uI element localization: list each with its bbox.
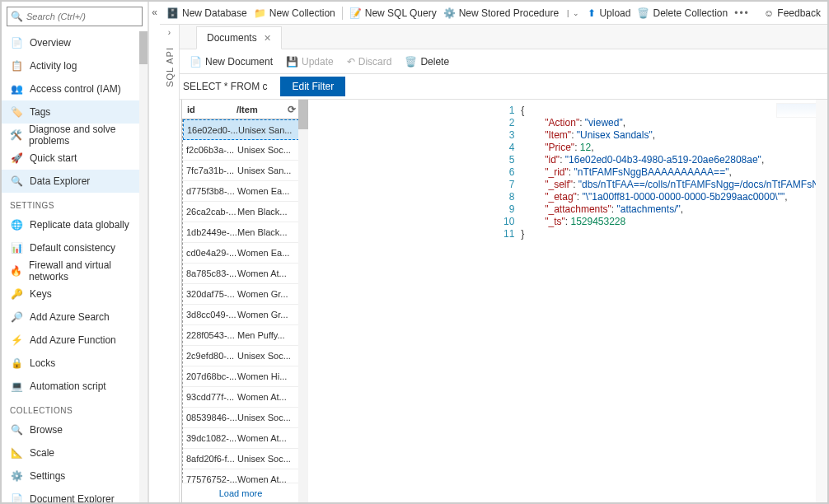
sql-icon: 📝 bbox=[349, 7, 362, 19]
sidebar-item-label-1: Activity log bbox=[30, 60, 77, 72]
list-scroll-thumb[interactable] bbox=[298, 100, 308, 129]
table-row[interactable]: 93cdd77f-...Women At... bbox=[183, 387, 299, 408]
delete-label: Delete bbox=[420, 56, 449, 68]
search-box[interactable]: 🔍 bbox=[7, 7, 143, 26]
column-id-header[interactable]: id bbox=[182, 105, 237, 114]
delete-collection-icon: 🗑️ bbox=[637, 7, 649, 19]
collections-item-1[interactable]: 📐Scale bbox=[2, 441, 139, 464]
row-id: 8afd20f6-f... bbox=[186, 454, 237, 464]
table-row[interactable]: 207d68bc-...Women Hi... bbox=[183, 366, 299, 387]
new-stored-proc-button[interactable]: ⚙️New Stored Procedure bbox=[443, 7, 559, 19]
row-id: 93cdd77f-... bbox=[186, 392, 237, 402]
sidebar-scroll-thumb[interactable] bbox=[139, 31, 148, 64]
settings-item-1[interactable]: 📊Default consistency bbox=[2, 236, 139, 259]
sidebar-item-6[interactable]: 🔍Data Explorer bbox=[2, 170, 139, 193]
new-database-button[interactable]: 🗄️New Database bbox=[166, 7, 247, 19]
tab-documents[interactable]: Documents ✕ bbox=[196, 26, 282, 49]
refresh-icon[interactable]: ⟳ bbox=[284, 104, 299, 115]
row-item: Unisex Soc... bbox=[237, 413, 299, 422]
stored-proc-dropdown[interactable]: | ⌄ bbox=[565, 9, 581, 17]
load-more-link[interactable]: Load more bbox=[182, 483, 299, 502]
editor-scroll-track bbox=[816, 100, 827, 502]
search-icon: 🔍 bbox=[11, 11, 23, 22]
row-id: 77576752-... bbox=[186, 474, 237, 483]
settings-item-6[interactable]: 🔒Locks bbox=[2, 352, 139, 375]
table-row[interactable]: 7fc7a31b-...Unisex San... bbox=[183, 161, 299, 181]
table-row[interactable]: 8a785c83-...Women At... bbox=[183, 264, 299, 284]
table-row[interactable]: cd0e4a29-...Women Ea... bbox=[183, 243, 299, 264]
new-collection-button[interactable]: 📁New Collection bbox=[254, 7, 335, 19]
delete-collection-button[interactable]: 🗑️Delete Collection bbox=[637, 7, 728, 19]
update-button: 💾Update bbox=[286, 56, 334, 68]
settings-item-0[interactable]: 🌐Replicate data globally bbox=[2, 213, 139, 236]
table-row[interactable]: 3d8cc049-...Women Gr... bbox=[183, 305, 299, 325]
upload-label: Upload bbox=[599, 7, 630, 19]
table-row[interactable]: 1db2449e-...Men Black... bbox=[183, 222, 299, 243]
sidebar-scroll-track bbox=[139, 31, 148, 502]
feedback-button[interactable]: ☺Feedback bbox=[764, 7, 821, 19]
sidebar-item-label-5: Quick start bbox=[30, 152, 77, 164]
chevron-right-icon: › bbox=[168, 28, 171, 37]
discard-button: ↶Discard bbox=[347, 56, 392, 68]
table-row[interactable]: 08539846-...Unisex Soc... bbox=[183, 408, 299, 428]
row-item: Unisex Soc... bbox=[237, 145, 299, 155]
new-document-button[interactable]: 📄New Document bbox=[190, 56, 273, 68]
gear-icon: ⚙️ bbox=[443, 7, 456, 19]
sidebar-collapse-handle[interactable]: « bbox=[148, 2, 160, 502]
table-row[interactable]: 320daf75-...Women Gr... bbox=[183, 284, 299, 305]
settings-item-2[interactable]: 🔥Firewall and virtual networks bbox=[2, 259, 139, 282]
table-row[interactable]: f2c06b3a-...Unisex Soc... bbox=[183, 140, 299, 161]
table-row[interactable]: 8afd20f6-f...Unisex Soc... bbox=[183, 449, 299, 469]
collections-item-0[interactable]: 🔍Browse bbox=[2, 418, 139, 441]
sidebar-item-3[interactable]: 🏷️Tags bbox=[2, 100, 139, 124]
settings-item-icon-3: 🔑 bbox=[10, 287, 23, 301]
settings-item-label-0: Replicate data globally bbox=[30, 219, 129, 231]
settings-item-4[interactable]: 🔎Add Azure Search bbox=[2, 306, 139, 329]
tree-collapse-panel[interactable]: › SQL API bbox=[160, 25, 180, 502]
database-icon: 🗄️ bbox=[166, 7, 179, 19]
sidebar-item-label-2: Access control (IAM) bbox=[30, 83, 121, 95]
collections-item-label-1: Scale bbox=[30, 447, 54, 459]
sidebar-item-label-3: Tags bbox=[30, 106, 50, 118]
edit-filter-label: Edit Filter bbox=[292, 81, 334, 92]
sidebar-item-0[interactable]: 📄Overview bbox=[2, 31, 139, 54]
table-row[interactable]: 228f0543-...Men Puffy... bbox=[183, 325, 299, 346]
sidebar-item-5[interactable]: 🚀Quick start bbox=[2, 147, 139, 170]
update-label: Update bbox=[302, 56, 334, 68]
sidebar-item-1[interactable]: 📋Activity log bbox=[2, 54, 139, 77]
toolbar-overflow[interactable]: ••• bbox=[734, 7, 750, 19]
table-row[interactable]: 77576752-...Women At... bbox=[183, 469, 299, 483]
collections-item-label-3: Document Explorer bbox=[30, 493, 115, 502]
table-row[interactable]: 2c9efd80-...Unisex Soc... bbox=[183, 346, 299, 366]
json-editor[interactable]: { "Action": "viewed", "Item": "Unisex Sa… bbox=[521, 100, 829, 502]
row-item: Women At... bbox=[237, 474, 299, 483]
list-scroll-track bbox=[298, 100, 308, 502]
collections-item-icon-3: 📄 bbox=[10, 492, 23, 502]
collections-item-3[interactable]: 📄Document Explorer bbox=[2, 488, 139, 502]
upload-icon: ⬆ bbox=[588, 7, 596, 19]
row-id: 2c9efd80-... bbox=[186, 351, 237, 361]
settings-item-3[interactable]: 🔑Keys bbox=[2, 282, 139, 306]
table-row[interactable]: 16e02ed0-...Unisex San... bbox=[183, 119, 299, 140]
settings-item-7[interactable]: 💻Automation script bbox=[2, 375, 139, 398]
table-row[interactable]: 39dc1082-...Women At... bbox=[183, 428, 299, 449]
new-stored-proc-label: New Stored Procedure bbox=[459, 7, 559, 19]
settings-item-5[interactable]: ⚡Add Azure Function bbox=[2, 329, 139, 352]
sidebar-item-2[interactable]: 👥Access control (IAM) bbox=[2, 77, 139, 100]
edit-filter-button[interactable]: Edit Filter bbox=[280, 77, 345, 96]
delete-button[interactable]: 🗑️Delete bbox=[405, 56, 449, 68]
close-tab-icon[interactable]: ✕ bbox=[264, 33, 271, 44]
collections-item-2[interactable]: ⚙️Settings bbox=[2, 464, 139, 488]
row-id: 26ca2cab-... bbox=[186, 207, 237, 217]
sidebar-item-4[interactable]: 🛠️Diagnose and solve problems bbox=[2, 124, 139, 147]
sidebar-item-label-4: Diagnose and solve problems bbox=[29, 124, 131, 147]
new-sql-query-button[interactable]: 📝New SQL Query bbox=[349, 7, 437, 19]
search-input[interactable] bbox=[26, 12, 138, 21]
upload-button[interactable]: ⬆Upload bbox=[588, 7, 630, 19]
sidebar-item-label-0: Overview bbox=[30, 37, 71, 49]
settings-item-label-6: Locks bbox=[30, 357, 55, 369]
column-item-header[interactable]: /Item bbox=[237, 105, 284, 114]
row-item: Unisex Soc... bbox=[237, 351, 299, 361]
table-row[interactable]: 26ca2cab-...Men Black... bbox=[183, 202, 299, 222]
table-row[interactable]: d775f3b8-...Women Ea... bbox=[183, 181, 299, 202]
